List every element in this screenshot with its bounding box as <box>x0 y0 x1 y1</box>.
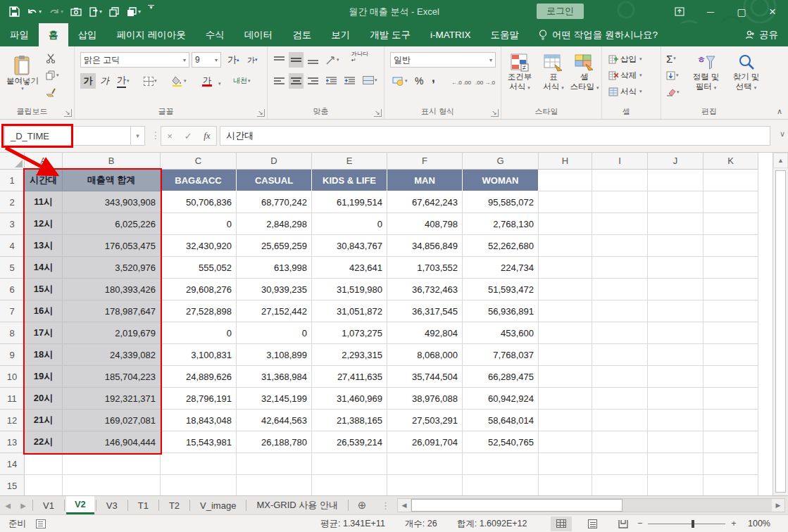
cell-E11[interactable]: 31,460,969 <box>312 388 387 410</box>
align-bottom-button[interactable] <box>306 52 320 68</box>
cell-C5[interactable]: 555,052 <box>161 257 237 279</box>
cell-C1[interactable]: BAG&ACC <box>161 170 237 191</box>
zoom-out-button[interactable]: − <box>637 519 642 528</box>
select-all-corner[interactable] <box>0 153 25 170</box>
sheet-tab-V1[interactable]: V1 <box>35 496 63 514</box>
cell-D9[interactable]: 3,108,899 <box>237 344 312 366</box>
cell-G4[interactable]: 52,262,680 <box>463 235 539 257</box>
cell-E8[interactable]: 1,073,275 <box>312 322 387 344</box>
cell-C15[interactable] <box>161 475 237 495</box>
cell-G7[interactable]: 56,936,891 <box>463 300 539 322</box>
cell-C11[interactable]: 28,796,191 <box>161 388 237 410</box>
normal-view-button[interactable] <box>551 517 572 531</box>
cell-J11[interactable] <box>648 388 703 410</box>
cell-D3[interactable]: 2,848,298 <box>237 213 312 235</box>
cell-J10[interactable] <box>648 366 703 388</box>
cell-G2[interactable]: 95,585,072 <box>463 191 539 213</box>
align-right-button[interactable] <box>306 73 320 89</box>
cell-F4[interactable]: 34,856,849 <box>387 235 463 257</box>
column-header-E[interactable]: E <box>312 153 387 170</box>
cell-A8[interactable]: 17시 <box>25 322 63 344</box>
cell-C7[interactable]: 27,528,898 <box>161 300 237 322</box>
cell-C10[interactable]: 24,889,626 <box>161 366 237 388</box>
cell-G12[interactable]: 58,648,014 <box>463 410 539 431</box>
phonetic-button[interactable]: 내천▾ <box>231 73 253 89</box>
share-button[interactable]: 공유 <box>745 23 778 46</box>
move-sheet-button[interactable]: ▾ <box>125 4 143 20</box>
cell-B7[interactable]: 178,987,647 <box>63 300 161 322</box>
cell-H5[interactable] <box>539 257 592 279</box>
cell-G11[interactable]: 60,942,924 <box>463 388 539 410</box>
cell-K9[interactable] <box>703 344 758 366</box>
cell-B5[interactable]: 3,520,976 <box>63 257 161 279</box>
page-break-view-button[interactable] <box>613 517 634 531</box>
cell-J6[interactable] <box>648 279 703 300</box>
font-color-caret[interactable]: ▾ <box>215 76 223 91</box>
cell-H3[interactable] <box>539 213 592 235</box>
percent-style-button[interactable]: % <box>413 73 425 89</box>
cell-F11[interactable]: 38,976,088 <box>387 388 463 410</box>
close-button[interactable]: × <box>757 0 788 23</box>
column-header-D[interactable]: D <box>237 153 312 170</box>
ribbon-tab-보기[interactable]: 보기 <box>321 23 360 46</box>
cell-K8[interactable] <box>703 322 758 344</box>
merge-center-button[interactable]: ▾ <box>361 72 380 88</box>
sheet-nav-left-icon[interactable]: ◀ <box>0 496 15 514</box>
cell-E6[interactable]: 31,519,980 <box>312 279 387 300</box>
grow-font-button[interactable]: 가▴ <box>225 52 242 68</box>
row-header-9[interactable]: 9 <box>0 344 25 366</box>
column-header-H[interactable]: H <box>539 153 592 170</box>
cell-J14[interactable] <box>648 453 703 475</box>
cell-H13[interactable] <box>539 431 592 453</box>
cell-G15[interactable] <box>463 475 539 495</box>
cell-F10[interactable]: 35,744,504 <box>387 366 463 388</box>
cell-D10[interactable]: 31,368,984 <box>237 366 312 388</box>
cell-G14[interactable] <box>463 453 539 475</box>
ribbon-tab-파일[interactable]: 파일 <box>0 23 39 46</box>
name-box[interactable]: _D_TIME <box>4 126 131 146</box>
cell-K4[interactable] <box>703 235 758 257</box>
sheet-tab-V3[interactable]: V3 <box>98 496 126 514</box>
cell-H1[interactable] <box>539 170 592 191</box>
cell-A3[interactable]: 12시 <box>25 213 63 235</box>
collapse-ribbon-button[interactable]: ∧ <box>777 107 782 116</box>
cell-I5[interactable] <box>592 257 648 279</box>
cell-H4[interactable] <box>539 235 592 257</box>
copy-sheet-icon[interactable] <box>107 4 122 20</box>
cell-A10[interactable]: 19시 <box>25 366 63 388</box>
cell-G3[interactable]: 2,768,130 <box>463 213 539 235</box>
row-header-2[interactable]: 2 <box>0 191 25 213</box>
cell-H11[interactable] <box>539 388 592 410</box>
confirm-entry-icon[interactable]: ✓ <box>185 131 192 141</box>
format-painter-button[interactable] <box>44 84 58 100</box>
cell-A5[interactable]: 14시 <box>25 257 63 279</box>
cell-E1[interactable]: KIDS & LIFE <box>312 170 387 191</box>
cell-F3[interactable]: 408,798 <box>387 213 463 235</box>
cell-J1[interactable] <box>648 170 703 191</box>
cell-C12[interactable]: 18,843,048 <box>161 410 237 431</box>
cell-J3[interactable] <box>648 213 703 235</box>
autosum-button[interactable]: Σ▾ <box>664 51 678 66</box>
cell-E4[interactable]: 30,843,767 <box>312 235 387 257</box>
cell-E2[interactable]: 61,199,514 <box>312 191 387 213</box>
row-header-3[interactable]: 3 <box>0 213 25 235</box>
cell-B15[interactable] <box>63 475 161 495</box>
cell-F7[interactable]: 36,317,545 <box>387 300 463 322</box>
cell-D2[interactable]: 68,770,242 <box>237 191 312 213</box>
cell-J15[interactable] <box>648 475 703 495</box>
row-header-14[interactable]: 14 <box>0 453 25 475</box>
cell-E14[interactable] <box>312 453 387 475</box>
number-dialog-launcher[interactable]: ↘ <box>491 109 499 117</box>
scroll-up-icon[interactable]: ▲ <box>773 153 788 168</box>
save-icon[interactable] <box>7 4 22 20</box>
sheet-tab-MX-GRID 사용 안내[interactable]: MX-GRID 사용 안내 <box>248 496 346 514</box>
zoom-slider-thumb[interactable] <box>692 520 694 528</box>
cell-C14[interactable] <box>161 453 237 475</box>
cell-K5[interactable] <box>703 257 758 279</box>
cell-G6[interactable]: 51,593,472 <box>463 279 539 300</box>
cell-F12[interactable]: 27,503,291 <box>387 410 463 431</box>
cell-B8[interactable]: 2,019,679 <box>63 322 161 344</box>
scroll-left-icon[interactable]: ◀ <box>398 499 411 512</box>
ribbon-tab-데이터[interactable]: 데이터 <box>234 23 283 46</box>
cell-F14[interactable] <box>387 453 463 475</box>
